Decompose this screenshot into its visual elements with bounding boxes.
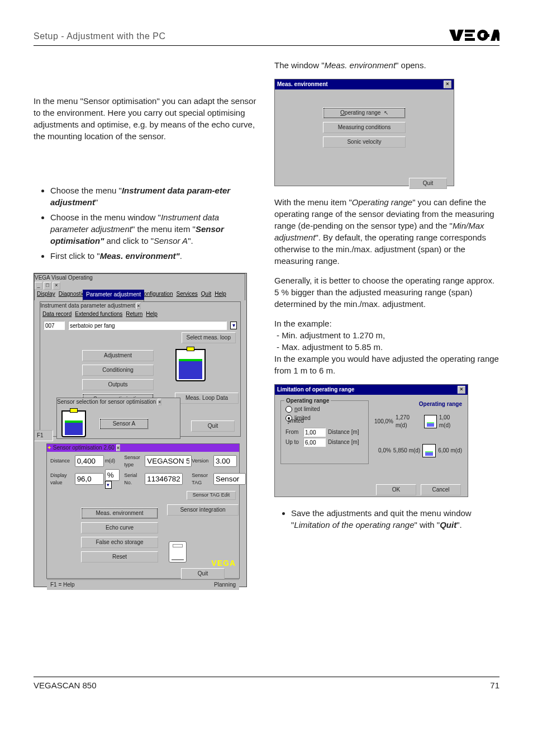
display-value-field	[75, 473, 104, 485]
tank-icon	[61, 410, 86, 437]
version-field	[213, 455, 237, 467]
page-footer: VEGASCAN 850 71	[34, 677, 499, 690]
sensor-integration-button[interactable]: Sensor integration	[167, 504, 239, 516]
footer-right-label: Planning	[214, 581, 236, 589]
section-title: Setup - Adjustment with the PC	[34, 31, 165, 41]
measuring-conditions-button[interactable]: Measuring conditions	[323, 122, 406, 133]
loop-tag-input[interactable]	[68, 321, 227, 330]
sensor-a-button[interactable]: Sensor A	[99, 418, 149, 429]
chevron-down-icon[interactable]: ▾	[105, 481, 112, 489]
quit-button[interactable]: Quit	[181, 568, 225, 579]
page-number: 71	[490, 681, 499, 690]
sensortype-field	[145, 455, 192, 467]
svg-rect-0	[465, 30, 475, 32]
screenshot-meas-environment: Meas. environment × Operating range ↖ Me…	[274, 79, 454, 186]
upto-input[interactable]	[303, 438, 326, 447]
tank-icon	[422, 444, 436, 457]
svg-rect-1	[465, 34, 473, 37]
outputs-button[interactable]: Outputs	[82, 379, 154, 390]
right-column: The window "Meas. environment" opens. Me…	[274, 59, 499, 587]
save-bullet-list: Save the adjustments and quit the menu w…	[274, 507, 499, 531]
tank-icon	[175, 349, 206, 381]
sensor-opt-title: Sensor optimisation 2.60	[53, 445, 115, 451]
bullet-2: Choose in the menu window "Instrument da…	[50, 211, 259, 247]
example-conclusion: In the example you would have adjusted t…	[274, 353, 499, 376]
ok-button[interactable]: OK	[376, 484, 416, 495]
svg-rect-2	[465, 38, 475, 41]
footer-product: VEGASCAN 850	[34, 681, 97, 690]
close-icon[interactable]: ×	[158, 399, 161, 405]
vega-logo-yellow: VEGA	[211, 558, 236, 569]
save-bullet: Save the adjustments and quit the menu w…	[291, 507, 499, 531]
screenshot-limitation-operating-range: Limitation of operating range × Operatin…	[274, 384, 468, 497]
vvo-title: VEGA Visual Operating	[35, 275, 93, 281]
screenshot-sensor-optimisation: VEGA Visual Operating _ □ × DisplayDiagn…	[34, 273, 247, 587]
generally-paragraph: Generally, it is better to choose the op…	[274, 275, 499, 310]
f1-key-hint: F1	[34, 430, 53, 441]
idpa-menu[interactable]: Data recordExtended functions ReturnHelp	[40, 310, 240, 319]
close-icon[interactable]: ×	[53, 282, 60, 290]
adjustment-button[interactable]: Adjustment	[82, 350, 154, 361]
help-hint: F1 = Help	[50, 581, 75, 589]
quit-button[interactable]: Quit	[191, 420, 235, 432]
select-meas-loop-button[interactable]: Select meas. loop	[182, 332, 236, 343]
operating-range-button[interactable]: Operating range ↖	[323, 107, 406, 119]
svg-rect-3	[484, 34, 489, 37]
from-input[interactable]	[303, 428, 326, 437]
sensor-tag-field	[213, 473, 246, 485]
ultrasonic-sensor-icon	[169, 541, 187, 563]
instruction-list: Choose the menu "Instrument data param-e…	[34, 185, 259, 262]
sonic-velocity-button[interactable]: Sonic velocity	[323, 136, 406, 148]
right-intro: The window "Meas. environment" opens.	[274, 59, 499, 71]
sensor-selection-title: Sensor selection for sensor optimisation	[57, 399, 156, 405]
lor-title: Limitation of operating range	[277, 386, 354, 394]
meas-loop-data-button[interactable]: Meas. Loop Data	[175, 393, 239, 404]
dropdown-parameter-adjustment[interactable]: Parameter adjustment	[83, 290, 144, 300]
operating-range-paragraph: With the menu item "Operating range" you…	[274, 196, 499, 267]
operating-range-heading: Operating range	[374, 400, 462, 408]
close-icon[interactable]: ×	[444, 81, 451, 88]
serial-field	[145, 473, 183, 485]
meas-environment-button[interactable]: Meas. environment	[81, 508, 158, 519]
radio-limited[interactable]: limitedlimited	[285, 414, 364, 422]
minimize-icon[interactable]: _	[35, 282, 42, 290]
intro-paragraph: In the menu "Sensor optimisation" you ca…	[34, 95, 259, 142]
meas-env-title: Meas. environment	[277, 81, 328, 88]
page-header: Setup - Adjustment with the PC	[34, 28, 499, 46]
vega-logo	[449, 28, 499, 44]
loop-id-input[interactable]	[44, 321, 65, 330]
echo-curve-button[interactable]: Echo curve	[81, 522, 158, 533]
maximize-icon[interactable]: □	[44, 282, 51, 290]
close-icon[interactable]: ×	[116, 445, 120, 451]
left-column: In the menu "Sensor optimisation" you ca…	[34, 59, 259, 587]
quit-button[interactable]: Quit	[409, 178, 447, 189]
reset-button[interactable]: Reset	[81, 551, 158, 563]
distance-field	[75, 455, 104, 467]
close-icon[interactable]: ×	[136, 303, 140, 309]
tank-icon	[424, 415, 437, 428]
example-block: In the example: - Min. adjustment to 1.2…	[274, 318, 499, 353]
conditioning-button[interactable]: Conditioning	[82, 365, 154, 376]
idpa-title: Instrument data parameter adjustment	[40, 303, 135, 309]
operating-range-group: Operating range not limited limitedlimit…	[280, 400, 369, 464]
false-echo-storage-button[interactable]: False echo storage	[81, 537, 158, 548]
sensor-tag-edit-button[interactable]: Sensor TAG Edit	[187, 491, 236, 500]
close-icon[interactable]: ×	[458, 386, 465, 394]
chevron-down-icon[interactable]: ▾	[230, 322, 237, 329]
cancel-button[interactable]: Cancel	[421, 484, 461, 495]
bullet-3: First click to "Meas. environment".	[50, 250, 259, 262]
bullet-1: Choose the menu "Instrument data param-e…	[50, 185, 259, 208]
radio-not-limited[interactable]: not limited	[285, 405, 364, 413]
